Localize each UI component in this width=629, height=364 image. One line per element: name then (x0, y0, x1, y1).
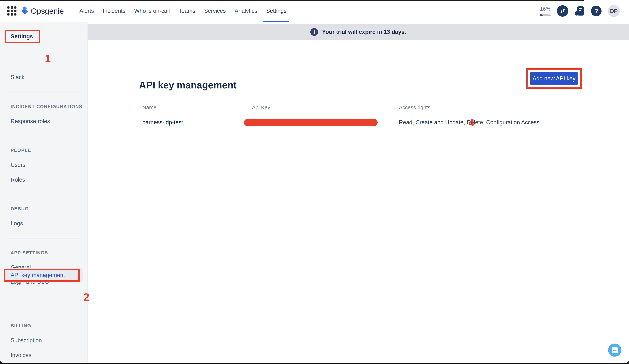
nav-item-teams[interactable]: Teams (174, 0, 200, 22)
annotation-number-1: 1 (45, 53, 51, 64)
trial-usage-percent: 16% (540, 6, 551, 13)
release-notes-icon[interactable] (575, 6, 585, 16)
trial-banner-text: Your trial will expire in 13 days. (322, 29, 406, 35)
help-icon[interactable]: ? (591, 6, 602, 16)
navbar-right-cluster: 16% ? DP (540, 5, 629, 17)
main-content: i Your trial will expire in 13 days. API… (87, 22, 629, 363)
api-key-redaction-overlay (244, 119, 378, 126)
sidebar-item-invoices[interactable]: Invoices (11, 351, 31, 359)
sidebar-item-users[interactable]: Users (11, 161, 25, 169)
annotation-box-3: Add new API key (526, 68, 582, 89)
top-navbar: Opsgenie Alerts Incidents Who is on-call… (0, 0, 629, 22)
settings-sidebar: Settings 1 Slack INCIDENT CONFIGURATIONS… (0, 22, 88, 363)
nav-item-who-is-on-call[interactable]: Who is on-call (130, 0, 174, 22)
nav-item-analytics[interactable]: Analytics (230, 0, 262, 22)
opsgenie-brand[interactable]: Opsgenie (21, 6, 64, 15)
column-header-name: Name (142, 104, 157, 110)
app-switcher-icon[interactable] (7, 6, 16, 15)
nav-item-alerts[interactable]: Alerts (75, 0, 98, 22)
info-icon: i (310, 28, 318, 36)
nav-item-services[interactable]: Services (200, 0, 230, 22)
sidebar-item-slack[interactable]: Slack (11, 73, 24, 81)
brand-name: Opsgenie (31, 6, 64, 15)
sidebar-header-incident-configurations: INCIDENT CONFIGURATIONS (11, 103, 82, 110)
sidebar-item-roles[interactable]: Roles (11, 176, 25, 184)
annotation-box-1: Settings (5, 30, 40, 43)
column-header-api-key: Api Key (252, 104, 270, 110)
annotation-number-4: 4 (469, 117, 474, 128)
sidebar-divider (6, 311, 82, 311)
page-title: API key management (139, 79, 237, 91)
annotation-number-2: 2 (83, 292, 89, 302)
sidebar-item-response-roles[interactable]: Response roles (11, 117, 50, 125)
nav-item-incidents[interactable]: Incidents (98, 0, 130, 22)
trial-usage-bar (540, 14, 551, 16)
sidebar-divider (6, 194, 82, 194)
opsgenie-logo-icon (21, 6, 28, 15)
user-avatar[interactable]: DP (608, 5, 620, 17)
trial-banner: i Your trial will expire in 13 days. (87, 24, 629, 40)
api-key-row-name: harness-idp-test (142, 118, 183, 126)
sidebar-header-app-settings: APP SETTINGS (11, 249, 48, 256)
column-header-access-rights: Access rights (399, 104, 430, 110)
sidebar-header-people: PEOPLE (11, 147, 31, 154)
sidebar-item-subscription[interactable]: Subscription (11, 336, 42, 345)
sidebar-header-billing: BILLING (11, 322, 31, 329)
add-new-api-key-button[interactable]: Add new API key (530, 72, 578, 85)
app-window: Opsgenie Alerts Incidents Who is on-call… (0, 0, 629, 363)
chat-widget-button[interactable] (608, 344, 621, 357)
chat-bubble-icon (611, 346, 619, 354)
window-edge-artifact (0, 0, 584, 1)
sidebar-item-logs[interactable]: Logs (11, 219, 23, 227)
sidebar-header-debug: DEBUG (11, 205, 29, 212)
sidebar-divider (6, 238, 82, 238)
sidebar-divider (6, 91, 82, 91)
trial-usage-indicator[interactable]: 16% (540, 6, 551, 16)
primary-nav: Alerts Incidents Who is on-call Teams Se… (75, 0, 291, 22)
sidebar-item-api-key-management[interactable]: API key management (11, 271, 65, 279)
sidebar-divider (6, 136, 82, 136)
nav-item-settings[interactable]: Settings (262, 0, 291, 22)
table-header-divider (142, 113, 578, 113)
compass-icon[interactable] (557, 5, 568, 17)
sidebar-item-settings[interactable]: Settings (6, 33, 33, 40)
